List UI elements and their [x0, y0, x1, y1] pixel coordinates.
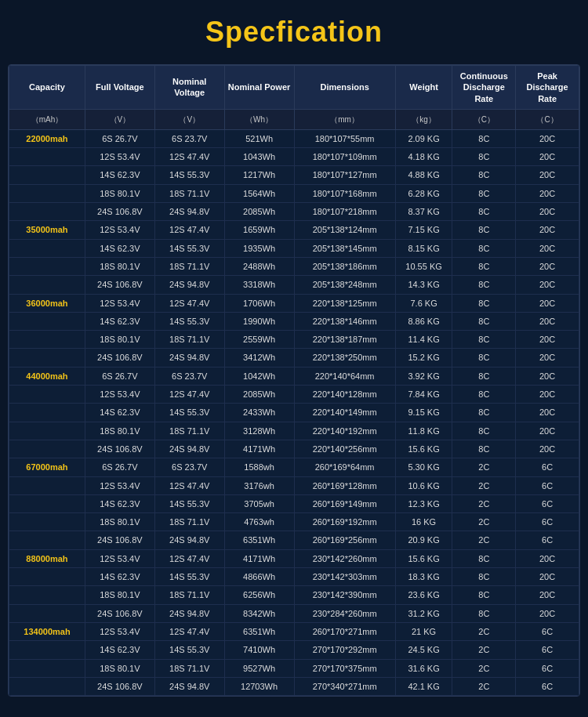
cell-weight: 7.6 KG [395, 294, 452, 312]
table-row: 14S 62.3V14S 55.3V1990Wh220*138*146mm8.8… [9, 312, 579, 330]
cell-nominal-voltage: 12S 47.4V [154, 221, 224, 239]
cell-cont-discharge: 8C [452, 422, 516, 440]
page-title: Specfication [8, 16, 580, 49]
cell-peak-discharge: 20C [516, 257, 579, 275]
cell-cont-discharge: 8C [452, 221, 516, 239]
cell-weight: 4.88 KG [395, 166, 452, 184]
cell-peak-discharge: 20C [516, 440, 579, 458]
cell-dimensions: 260*169*128mm [294, 476, 395, 494]
cell-capacity: 35000mah [9, 221, 85, 239]
cell-nominal-power: 9527Wh [224, 659, 294, 677]
cell-cont-discharge: 8C [452, 367, 516, 385]
cell-weight: 15.6 KG [395, 440, 452, 458]
cell-nominal-power: 4763wh [224, 513, 294, 531]
cell-weight: 3.92 KG [395, 367, 452, 385]
cell-weight: 15.2 KG [395, 349, 452, 367]
cell-nominal-power: 4171Wh [224, 440, 294, 458]
table-row: 12S 53.4V12S 47.4V3176wh260*169*128mm10.… [9, 476, 579, 494]
cell-dimensions: 180*107*127mm [294, 166, 395, 184]
cell-dimensions: 180*107*168mm [294, 184, 395, 202]
table-row: 18S 80.1V18S 71.1V4763wh260*169*192mm16 … [9, 513, 579, 531]
cell-full-voltage: 24S 106.8V [85, 203, 154, 221]
unit-nominal-power: （Wh） [224, 109, 294, 129]
cell-capacity [9, 677, 85, 695]
cell-full-voltage: 24S 106.8V [85, 677, 154, 695]
header-capacity: Capacity [9, 66, 85, 110]
cell-capacity: 134000mah [9, 622, 85, 640]
cell-capacity: 36000mah [9, 294, 85, 312]
cell-weight: 2.09 KG [395, 129, 452, 147]
cell-nominal-power: 12703Wh [224, 677, 294, 695]
cell-dimensions: 220*140*128mm [294, 386, 395, 404]
cell-nominal-voltage: 18S 71.1V [154, 331, 224, 349]
cell-capacity [9, 239, 85, 257]
cell-dimensions: 230*142*303mm [294, 568, 395, 586]
cell-capacity [9, 440, 85, 458]
cell-weight: 21 KG [395, 622, 452, 640]
cell-nominal-power: 2085Wh [224, 203, 294, 221]
cell-peak-discharge: 20C [516, 422, 579, 440]
cell-capacity [9, 184, 85, 202]
cell-capacity [9, 349, 85, 367]
cell-cont-discharge: 8C [452, 568, 516, 586]
cell-peak-discharge: 20C [516, 331, 579, 349]
cell-nominal-power: 6256Wh [224, 586, 294, 604]
table-row: 18S 80.1V18S 71.1V6256Wh230*142*390mm23.… [9, 586, 579, 604]
header-nominal-voltage: Nominal Voltage [154, 66, 224, 110]
cell-cont-discharge: 2C [452, 641, 516, 659]
cell-dimensions: 260*170*271mm [294, 622, 395, 640]
cell-peak-discharge: 6C [516, 659, 579, 677]
cell-dimensions: 220*140*192mm [294, 422, 395, 440]
table-row: 24S 106.8V24S 94.8V3318Wh205*138*248mm14… [9, 276, 579, 294]
unit-capacity: （mAh） [9, 109, 85, 129]
cell-full-voltage: 24S 106.8V [85, 531, 154, 549]
cell-nominal-power: 3176wh [224, 476, 294, 494]
cell-nominal-power: 2085Wh [224, 386, 294, 404]
cell-dimensions: 220*138*125mm [294, 294, 395, 312]
cell-weight: 8.15 KG [395, 239, 452, 257]
cell-cont-discharge: 8C [452, 386, 516, 404]
cell-nominal-voltage: 18S 71.1V [154, 257, 224, 275]
cell-nominal-voltage: 18S 71.1V [154, 422, 224, 440]
cell-peak-discharge: 20C [516, 184, 579, 202]
cell-weight: 23.6 KG [395, 586, 452, 604]
cell-cont-discharge: 8C [452, 148, 516, 166]
cell-nominal-power: 2559Wh [224, 331, 294, 349]
cell-dimensions: 230*284*260mm [294, 604, 395, 622]
cell-cont-discharge: 2C [452, 513, 516, 531]
cell-nominal-power: 1935Wh [224, 239, 294, 257]
table-row: 18S 80.1V18S 71.1V3128Wh220*140*192mm11.… [9, 422, 579, 440]
cell-nominal-voltage: 18S 71.1V [154, 513, 224, 531]
cell-dimensions: 205*138*145mm [294, 239, 395, 257]
cell-cont-discharge: 8C [452, 129, 516, 147]
cell-capacity [9, 276, 85, 294]
table-row: 24S 106.8V24S 94.8V8342Wh230*284*260mm31… [9, 604, 579, 622]
header-continuous: Continuous Discharge Rate [452, 66, 516, 110]
cell-full-voltage: 14S 62.3V [85, 494, 154, 512]
cell-nominal-power: 6351Wh [224, 531, 294, 549]
cell-capacity [9, 586, 85, 604]
cell-full-voltage: 12S 53.4V [85, 221, 154, 239]
cell-cont-discharge: 8C [452, 404, 516, 422]
cell-peak-discharge: 6C [516, 641, 579, 659]
header-nominal-power: Nominal Power [224, 66, 294, 110]
cell-cont-discharge: 2C [452, 476, 516, 494]
cell-dimensions: 260*169*64mm [294, 458, 395, 476]
cell-full-voltage: 24S 106.8V [85, 276, 154, 294]
cell-capacity: 88000mah [9, 549, 85, 567]
cell-weight: 11.8 KG [395, 422, 452, 440]
cell-peak-discharge: 20C [516, 586, 579, 604]
unit-nominal-voltage: （V） [154, 109, 224, 129]
cell-capacity [9, 531, 85, 549]
cell-nominal-voltage: 12S 47.4V [154, 622, 224, 640]
cell-capacity: 44000mah [9, 367, 85, 385]
cell-nominal-power: 3705wh [224, 494, 294, 512]
cell-capacity: 67000mah [9, 458, 85, 476]
table-row: 35000mah12S 53.4V12S 47.4V1659Wh205*138*… [9, 221, 579, 239]
cell-nominal-power: 1659Wh [224, 221, 294, 239]
cell-peak-discharge: 20C [516, 239, 579, 257]
cell-peak-discharge: 20C [516, 549, 579, 567]
cell-capacity [9, 148, 85, 166]
cell-dimensions: 205*138*186mm [294, 257, 395, 275]
cell-nominal-power: 1042Wh [224, 367, 294, 385]
